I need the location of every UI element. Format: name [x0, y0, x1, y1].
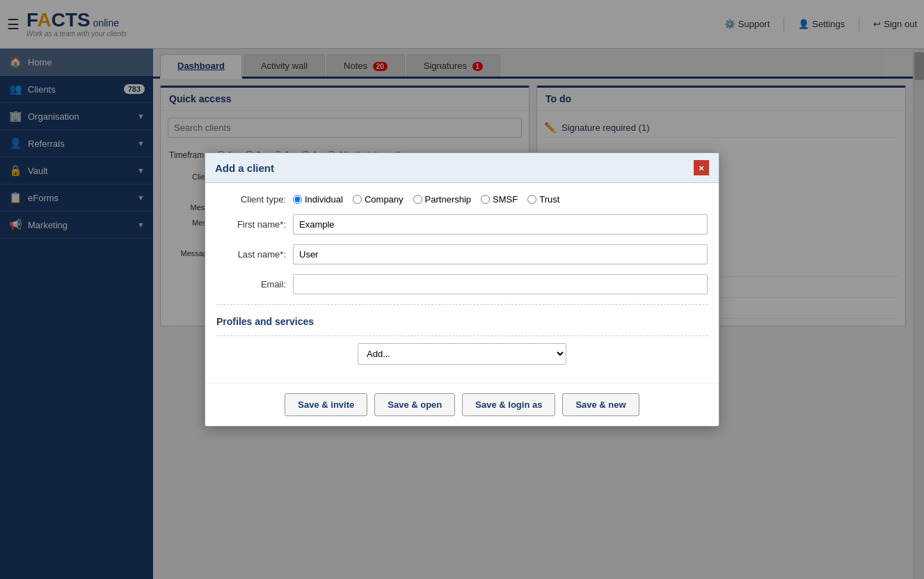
last-name-label: Last name*: — [216, 249, 286, 260]
client-type-individual[interactable]: Individual — [293, 194, 343, 205]
client-type-company[interactable]: Company — [353, 194, 404, 205]
save-login-as-button[interactable]: Save & login as — [462, 393, 555, 416]
first-name-label: First name*: — [216, 219, 286, 230]
modal-separator — [216, 304, 708, 305]
save-invite-button[interactable]: Save & invite — [285, 393, 367, 416]
first-name-input[interactable] — [293, 214, 708, 235]
save-open-button[interactable]: Save & open — [374, 393, 455, 416]
profiles-section-heading: Profiles and services — [216, 312, 708, 327]
profiles-add-dropdown[interactable]: Add... — [358, 343, 566, 365]
client-type-trust[interactable]: Trust — [527, 194, 559, 205]
modal-separator-2 — [216, 335, 708, 336]
modal-titlebar: Add a client × — [205, 153, 719, 183]
last-name-row: Last name*: — [216, 244, 708, 264]
email-row: Email: — [216, 274, 708, 294]
email-label: Email: — [216, 279, 286, 290]
add-client-modal: Add a client × Client type: Individual C… — [205, 152, 719, 427]
save-new-button[interactable]: Save & new — [562, 393, 639, 416]
email-input[interactable] — [293, 274, 708, 294]
client-type-label: Client type: — [216, 194, 286, 205]
client-type-row: Client type: Individual Company Partners… — [216, 194, 708, 205]
client-type-radio-group: Individual Company Partnership SMSF — [293, 194, 708, 205]
first-name-row: First name*: — [216, 214, 708, 235]
add-dropdown-row: Add... — [216, 343, 708, 365]
modal-title: Add a client — [215, 162, 274, 174]
client-type-smsf[interactable]: SMSF — [481, 194, 518, 205]
modal-overlay: Add a client × Client type: Individual C… — [0, 0, 924, 579]
modal-footer: Save & invite Save & open Save & login a… — [205, 383, 719, 426]
modal-body: Client type: Individual Company Partners… — [205, 183, 719, 383]
modal-close-button[interactable]: × — [694, 160, 709, 175]
client-type-partnership[interactable]: Partnership — [413, 194, 471, 205]
last-name-input[interactable] — [293, 244, 708, 264]
